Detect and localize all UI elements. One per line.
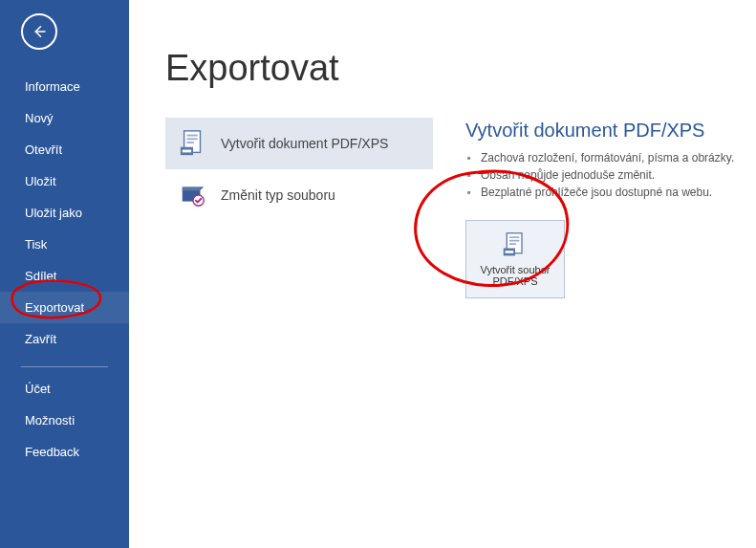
nav-feedback[interactable]: Feedback [0, 436, 129, 468]
page-title: Exportovat [165, 48, 756, 89]
back-button[interactable] [21, 13, 57, 50]
nav-otevrit[interactable]: Otevřít [0, 134, 129, 165]
option-change-file-type[interactable]: Změnit typ souboru [165, 169, 433, 221]
nav-exportovat[interactable]: Exportovat [0, 292, 129, 323]
svg-rect-9 [509, 236, 520, 238]
nav-ulozit-jako[interactable]: Uložit jako [0, 197, 129, 229]
svg-rect-4 [186, 142, 194, 143]
nav-separator [21, 366, 108, 367]
export-options-column: Vytvořit dokument PDF/XPS Změnit typ sou… [165, 118, 433, 298]
details-title: Vytvořit dokument PDF/XPS [465, 120, 756, 142]
svg-rect-2 [186, 135, 197, 137]
svg-rect-13 [506, 251, 514, 253]
pdf-page-icon [502, 231, 529, 258]
nav-tisk[interactable]: Tisk [0, 229, 129, 260]
export-details-column: Vytvořit dokument PDF/XPS Zachová rozlož… [465, 118, 756, 298]
svg-rect-11 [509, 243, 516, 245]
option-label: Vytvořit dokument PDF/XPS [221, 136, 388, 151]
details-bullet: Obsah nepůjde jednoduše změnit. [465, 166, 756, 184]
details-bullet: Zachová rozložení, formátování, písma a … [465, 149, 756, 166]
main-content: Exportovat Vytvořit dokument PDF/XPS [129, 0, 756, 548]
arrow-left-icon [31, 23, 48, 40]
nav-ulozit[interactable]: Uložit [0, 165, 129, 197]
details-bullet: Bezplatné prohlížeče jsou dostupné na we… [465, 184, 756, 201]
nav-moznosti[interactable]: Možnosti [0, 405, 129, 436]
svg-rect-6 [183, 150, 191, 153]
option-create-pdf-xps[interactable]: Vytvořit dokument PDF/XPS [165, 118, 433, 169]
details-bullets: Zachová rozložení, formátování, písma a … [465, 149, 756, 201]
create-button-label: Vytvořit soubor PDF/XPS [481, 264, 551, 287]
pdf-page-icon [179, 129, 207, 158]
nav-novy[interactable]: Nový [0, 102, 129, 134]
nav-ucet[interactable]: Účet [0, 373, 129, 405]
create-pdf-xps-button[interactable]: Vytvořit soubor PDF/XPS [465, 220, 565, 298]
change-filetype-icon [179, 181, 207, 209]
nav-informace[interactable]: Informace [0, 71, 129, 102]
option-label: Změnit typ souboru [221, 187, 335, 203]
svg-rect-10 [509, 240, 520, 242]
nav-zavrit[interactable]: Zavřít [0, 323, 129, 355]
svg-rect-3 [186, 138, 197, 140]
backstage-sidebar: Informace Nový Otevřít Uložit Uložit jak… [0, 0, 129, 548]
nav-sdilet[interactable]: Sdílet [0, 260, 129, 292]
export-content-row: Vytvořit dokument PDF/XPS Změnit typ sou… [165, 118, 756, 298]
